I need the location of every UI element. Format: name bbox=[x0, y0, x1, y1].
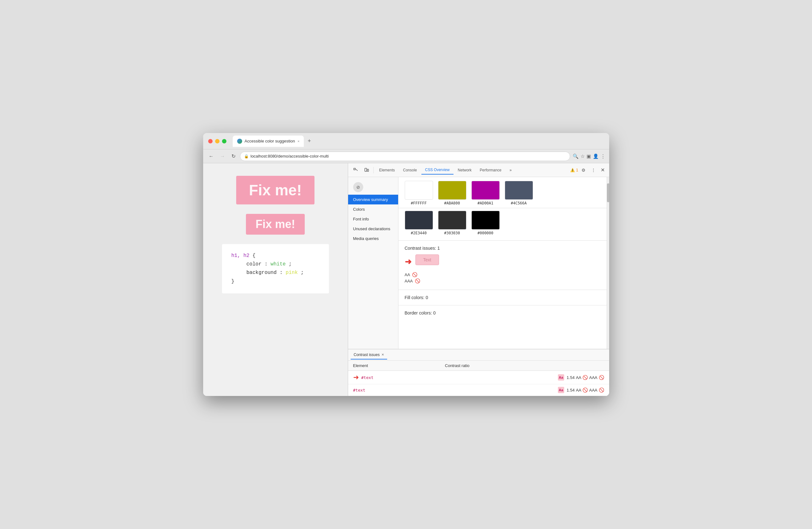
row2-aaa-no-icon: 🚫 bbox=[599, 387, 604, 392]
code-line-2: color : white ; bbox=[231, 260, 320, 269]
code-line-4: } bbox=[231, 277, 320, 286]
scrollbar-thumb[interactable] bbox=[607, 183, 609, 202]
contrast-issues-tab[interactable]: Contrast issues ✕ bbox=[351, 351, 388, 359]
css-main-wrapper: #FFFFFF #ABA800 #AD00A1 bbox=[398, 177, 609, 349]
code-selector: h1, h2 bbox=[231, 253, 250, 258]
sidebar-item-media-queries[interactable]: Media queries bbox=[348, 234, 398, 243]
aa-badge-2: Aa bbox=[558, 387, 564, 393]
table-row: #text Aa 1.54 AA 🚫 AAA 🚫 bbox=[348, 384, 609, 396]
fix-me-text-small: Fix me! bbox=[255, 218, 295, 231]
minimize-traffic-light[interactable] bbox=[215, 139, 219, 143]
border-colors-title: Border colors: 0 bbox=[405, 311, 600, 315]
color-item-303030[interactable]: #303030 bbox=[438, 211, 466, 235]
menu-icon[interactable]: ⋮ bbox=[601, 154, 605, 159]
svg-rect-2 bbox=[367, 169, 368, 171]
close-traffic-light[interactable] bbox=[208, 139, 213, 143]
text-preview-button[interactable]: Text bbox=[416, 255, 439, 265]
color-label-aba800: #ABA800 bbox=[444, 201, 460, 205]
element-link-1[interactable]: #text bbox=[361, 375, 374, 380]
aaa-label: AAA bbox=[405, 278, 413, 283]
maximize-traffic-light[interactable] bbox=[222, 139, 227, 143]
arrow-right-icon: ➜ bbox=[405, 257, 412, 267]
more-options-button[interactable]: ⋮ bbox=[589, 166, 598, 174]
color-swatch-000000 bbox=[472, 211, 500, 230]
warning-badge: ⚠️ 1 bbox=[570, 168, 578, 172]
browser-tab[interactable]: Accessible color suggestion × bbox=[233, 135, 304, 147]
table-row: ➜ #text Aa 1.54 AA 🚫 AAA bbox=[348, 371, 609, 384]
contrast-bottom-panel: Contrast issues ✕ Element Contrast ratio bbox=[348, 349, 609, 396]
bookmark-icon[interactable]: ☆ bbox=[581, 154, 585, 159]
zoom-icon[interactable]: 🔍 bbox=[573, 154, 579, 159]
tab-console[interactable]: Console bbox=[400, 166, 421, 174]
contrast-table: Element Contrast ratio ➜ #text bbox=[348, 361, 609, 396]
code-property-2: background bbox=[247, 270, 277, 275]
profile-icon[interactable]: 👤 bbox=[593, 154, 599, 159]
device-toolbar-button[interactable] bbox=[361, 166, 372, 174]
sidebar-item-font-info[interactable]: Font info bbox=[348, 214, 398, 224]
sidebar-item-overview[interactable]: Overview summary bbox=[348, 195, 398, 204]
fix-me-text-large: Fix me! bbox=[249, 182, 302, 199]
sidebar-item-unused-declarations[interactable]: Unused declarations bbox=[348, 224, 398, 234]
svg-rect-0 bbox=[354, 168, 356, 170]
inspect-element-button[interactable] bbox=[351, 166, 361, 174]
tab-more[interactable]: » bbox=[506, 166, 516, 174]
devtools-toolbar: Elements Console CSS Overview Network Pe… bbox=[348, 163, 609, 177]
new-tab-button[interactable]: + bbox=[305, 137, 314, 146]
element-cell-1: ➜ #text bbox=[348, 371, 440, 384]
row1-aaa-no-icon: 🚫 bbox=[599, 375, 604, 380]
color-item-aba800[interactable]: #ABA800 bbox=[438, 181, 466, 205]
color-item-2e3440[interactable]: #2E3440 bbox=[405, 211, 433, 235]
contrast-panel-close-button[interactable]: ✕ bbox=[381, 353, 384, 356]
tab-network[interactable]: Network bbox=[454, 166, 476, 174]
color-item-white[interactable]: #FFFFFF bbox=[405, 181, 433, 205]
page-content: Fix me! Fix me! h1, h2 { color : white ; bbox=[203, 163, 348, 396]
ratio-value-1: 1.54 bbox=[567, 375, 575, 380]
color-label-4c566a: #4C566A bbox=[511, 201, 527, 205]
tab-performance[interactable]: Performance bbox=[476, 166, 505, 174]
color-item-000000[interactable]: #000000 bbox=[472, 211, 500, 235]
extensions-icon[interactable]: ▣ bbox=[586, 154, 591, 159]
tab-bar: Accessible color suggestion × + bbox=[233, 135, 604, 147]
bottom-color-row: #2E3440 #303030 #000000 bbox=[405, 211, 600, 235]
tab-css-overview[interactable]: CSS Overview bbox=[421, 166, 453, 174]
css-main: #FFFFFF #ABA800 #AD00A1 bbox=[398, 177, 607, 349]
address-bar[interactable]: 🔒 localhost:8080/demo/accessible-color-m… bbox=[240, 152, 570, 161]
devtools-body: ⊘ Overview summary Colors Font info Unus… bbox=[348, 177, 609, 349]
aaa-row: AAA 🚫 bbox=[405, 278, 600, 283]
code-line-3: background : pink ; bbox=[231, 269, 320, 277]
table-arrow-icon-1: ➜ bbox=[353, 373, 359, 382]
top-colors-section: #FFFFFF #ABA800 #AD00A1 bbox=[398, 177, 607, 208]
col-element-header: Element bbox=[348, 361, 440, 371]
color-label-ad00a1: #AD00A1 bbox=[477, 201, 493, 205]
forward-button[interactable]: → bbox=[218, 152, 227, 160]
code-line-1: h1, h2 { bbox=[231, 252, 320, 260]
color-item-4c566a[interactable]: #4C566A bbox=[505, 181, 533, 205]
tab-close-button[interactable]: × bbox=[298, 139, 300, 143]
color-label-2e3440: #2E3440 bbox=[411, 231, 427, 235]
back-button[interactable]: ← bbox=[207, 152, 216, 160]
code-value-1: white bbox=[271, 261, 286, 267]
row2-aa-label: AA bbox=[576, 388, 581, 392]
sidebar-item-colors[interactable]: Colors bbox=[348, 204, 398, 214]
code-value-2: pink bbox=[286, 270, 298, 275]
devtools-panel: Elements Console CSS Overview Network Pe… bbox=[348, 163, 609, 396]
col-ratio-header: Contrast ratio bbox=[440, 361, 609, 371]
tab-elements[interactable]: Elements bbox=[376, 166, 399, 174]
traffic-lights bbox=[208, 139, 227, 143]
element-link-2[interactable]: #text bbox=[353, 388, 365, 392]
svg-rect-1 bbox=[365, 168, 367, 171]
fill-colors-title: Fill colors: 0 bbox=[405, 295, 600, 300]
settings-button[interactable]: ⚙ bbox=[579, 166, 588, 174]
ratio-cell-1: Aa 1.54 AA 🚫 AAA 🚫 bbox=[440, 371, 609, 384]
no-icon: ⊘ bbox=[353, 182, 363, 192]
aa-label: AA bbox=[405, 272, 410, 277]
row2-aaa-label: AAA bbox=[589, 388, 597, 392]
devtools-close-button[interactable]: ✕ bbox=[599, 166, 607, 174]
row1-aaa-label: AAA bbox=[589, 375, 597, 380]
refresh-button[interactable]: ↻ bbox=[230, 152, 237, 160]
color-item-ad00a1[interactable]: #AD00A1 bbox=[472, 181, 500, 205]
ratio-info-2: Aa 1.54 AA 🚫 AAA 🚫 bbox=[445, 387, 604, 393]
aa-row: AA 🚫 bbox=[405, 272, 600, 277]
color-swatch-white bbox=[405, 181, 433, 200]
contrast-issues-title: Contrast issues: 1 bbox=[405, 246, 600, 251]
